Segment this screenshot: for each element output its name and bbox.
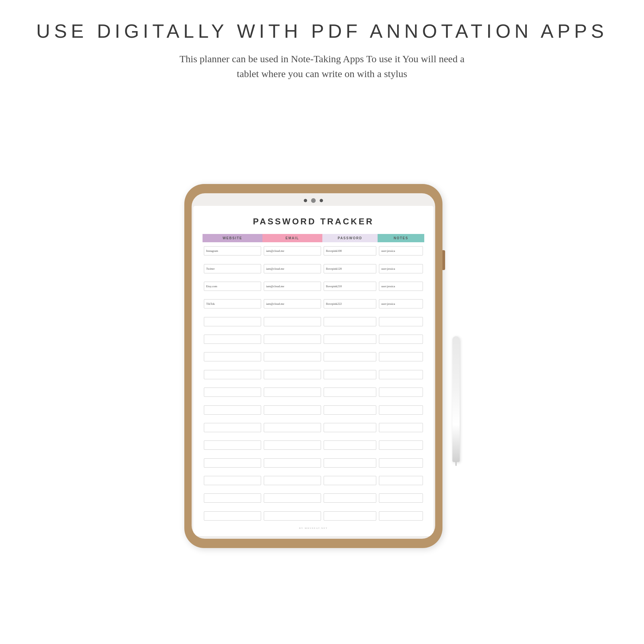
- cell-box-password: [324, 493, 377, 503]
- cell-box-email: iam@cloud.me: [264, 246, 321, 255]
- cell-notes: user:jessica: [378, 242, 424, 260]
- cell-website: Instagram: [203, 242, 262, 260]
- cell-box-website: [204, 511, 261, 521]
- cell-email: [262, 507, 322, 525]
- cell-box-password: [324, 388, 377, 397]
- cell-box-website: [204, 493, 261, 503]
- camera-dot-center: [311, 198, 316, 203]
- cell-box-email: iam@cloud.me: [264, 264, 321, 273]
- table-row: [203, 454, 424, 472]
- footer-credit: BY MRSNEAT.NET: [203, 527, 424, 529]
- cell-box-password: Ilovepink222: [324, 299, 377, 308]
- table-row: [203, 313, 424, 330]
- cell-notes: [378, 366, 424, 383]
- cell-box-website: [204, 423, 261, 432]
- table-row: Etsy.comiam@cloud.meIlovepink210user:jes…: [203, 277, 424, 295]
- table-row: [203, 437, 424, 454]
- table-row: [203, 384, 424, 401]
- cell-password: Ilovepink222: [322, 295, 378, 313]
- cell-email: iam@cloud.me: [262, 277, 322, 295]
- cell-box-email: iam@cloud.me: [264, 282, 321, 291]
- cell-notes: [378, 507, 424, 525]
- tracker-table: WEBSITE EMAIL PASSWORD NOTES Instagramia…: [203, 234, 424, 525]
- cell-box-website: Instagram: [204, 246, 261, 255]
- cell-email: iam@cloud.me: [262, 260, 322, 277]
- col-header-website: WEBSITE: [203, 234, 262, 242]
- cell-box-email: [264, 476, 321, 485]
- cell-box-notes: [379, 388, 423, 397]
- cell-box-email: [264, 458, 321, 468]
- cell-email: [262, 384, 322, 401]
- table-row: [203, 472, 424, 489]
- cell-website: [203, 366, 262, 383]
- cell-website: Etsy.com: [203, 277, 262, 295]
- cell-box-email: [264, 352, 321, 361]
- cell-email: [262, 366, 322, 383]
- cell-password: [322, 437, 378, 454]
- cell-password: [322, 348, 378, 366]
- table-row: [203, 489, 424, 507]
- cell-box-password: [324, 440, 377, 450]
- cell-notes: [378, 384, 424, 401]
- cell-notes: user:jessica: [378, 277, 424, 295]
- cell-notes: [378, 313, 424, 330]
- cell-password: Ilovepink120: [322, 260, 378, 277]
- cell-box-notes: [379, 370, 423, 379]
- cell-email: [262, 419, 322, 436]
- cell-box-website: [204, 388, 261, 397]
- cell-password: [322, 330, 378, 348]
- cell-notes: [378, 401, 424, 419]
- cell-website: Twitter: [203, 260, 262, 277]
- col-header-email: EMAIL: [262, 234, 322, 242]
- cell-box-notes: user:jessica: [379, 264, 423, 273]
- camera-dot-left: [304, 199, 307, 202]
- cell-email: [262, 472, 322, 489]
- cell-website: TikTok: [203, 295, 262, 313]
- cell-website: [203, 330, 262, 348]
- cell-password: Ilovepink210: [322, 277, 378, 295]
- cell-password: [322, 472, 378, 489]
- cell-box-password: [324, 476, 377, 485]
- stylus: [452, 336, 460, 462]
- cell-notes: [378, 330, 424, 348]
- cell-box-website: [204, 370, 261, 379]
- cell-website: [203, 401, 262, 419]
- table-row: [203, 401, 424, 419]
- cell-password: [322, 401, 378, 419]
- cell-notes: [378, 489, 424, 507]
- cell-box-website: [204, 352, 261, 361]
- table-row: [203, 419, 424, 436]
- cell-password: Ilovepink100: [322, 242, 378, 260]
- cell-notes: [378, 348, 424, 366]
- cell-box-email: iam@cloud.me: [264, 299, 321, 308]
- cell-box-email: [264, 405, 321, 415]
- cell-website: [203, 454, 262, 472]
- ipad-screen: PASSWORD TRACKER WEBSITE EMAIL PASSWORD: [193, 206, 434, 536]
- cell-password: [322, 507, 378, 525]
- cell-website: [203, 348, 262, 366]
- table-header-row: WEBSITE EMAIL PASSWORD NOTES: [203, 234, 424, 242]
- cell-email: [262, 401, 322, 419]
- cell-box-notes: user:jessica: [379, 299, 423, 308]
- cell-box-email: [264, 388, 321, 397]
- ipad-camera-bar: [192, 193, 435, 206]
- cell-website: [203, 437, 262, 454]
- cell-box-notes: [379, 493, 423, 503]
- cell-box-website: [204, 317, 261, 326]
- cell-email: [262, 454, 322, 472]
- cell-box-email: [264, 440, 321, 450]
- cell-website: [203, 472, 262, 489]
- cell-website: [203, 507, 262, 525]
- cell-box-password: Ilovepink120: [324, 264, 377, 273]
- cell-notes: [378, 437, 424, 454]
- cell-box-password: [324, 352, 377, 361]
- cell-box-password: [324, 458, 377, 468]
- cell-box-password: [324, 405, 377, 415]
- cell-box-password: [324, 317, 377, 326]
- cell-box-password: Ilovepink210: [324, 282, 377, 291]
- cell-box-password: [324, 335, 377, 344]
- cell-box-website: [204, 335, 261, 344]
- camera-dot-right: [320, 199, 323, 202]
- cell-box-notes: [379, 317, 423, 326]
- cell-box-password: [324, 370, 377, 379]
